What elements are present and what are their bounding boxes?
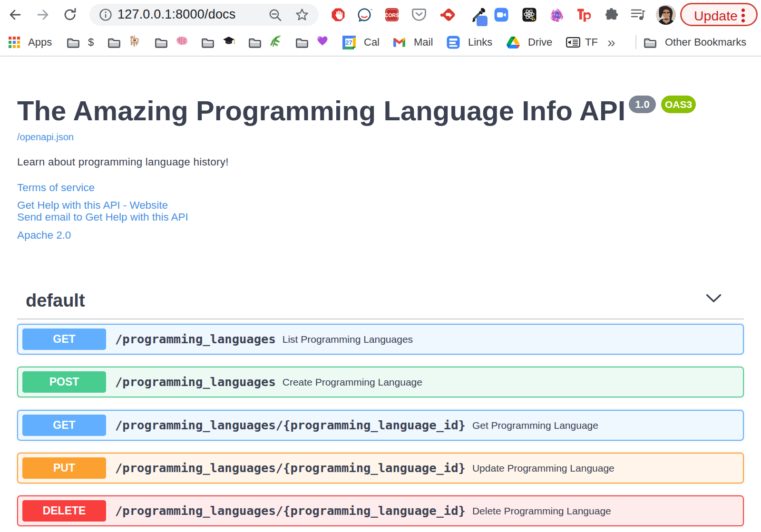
operation-path: /programming_languages: [115, 368, 276, 396]
operation-summary: Delete Programming Language: [472, 496, 611, 525]
operation-path: /programming_languages/{programming_lang…: [115, 496, 466, 525]
operation-put-update[interactable]: PUT /programming_languages/{programming_…: [17, 453, 744, 484]
operation-path: /programming_languages/{programming_lang…: [115, 411, 466, 439]
license-link[interactable]: Apache 2.0: [17, 230, 71, 241]
operation-get-one[interactable]: GET /programming_languages/{programming_…: [17, 410, 744, 441]
chevron-down-icon[interactable]: [706, 294, 722, 305]
get-help-email-link[interactable]: Send email to Get Help with this API: [17, 212, 188, 222]
oas3-badge: OAS3: [661, 96, 696, 113]
openapi-json-link[interactable]: /openapi.json: [17, 132, 74, 142]
version-badge: 1.0: [629, 96, 656, 113]
operation-path: /programming_languages: [115, 325, 276, 353]
operation-summary: Get Programming Language: [472, 411, 598, 439]
operation-summary: List Programming Languages: [283, 325, 413, 353]
method-badge: GET: [22, 329, 106, 350]
api-description: Learn about programming language history…: [17, 157, 229, 167]
operation-path: /programming_languages/{programming_lang…: [115, 454, 466, 482]
method-badge: DELETE: [22, 500, 106, 522]
section-divider: [17, 319, 744, 319]
operation-post-create[interactable]: POST /programming_languages Create Progr…: [17, 367, 744, 397]
page-title: The Amazing Programming Language Info AP…: [17, 97, 625, 125]
operation-summary: Update Programming Language: [472, 454, 615, 482]
operation-summary: Create Programming Language: [283, 368, 422, 396]
operation-get-list[interactable]: GET /programming_languages List Programm…: [17, 324, 744, 355]
method-badge: GET: [22, 415, 106, 436]
swagger-content: The Amazing Programming Language Info AP…: [0, 0, 761, 532]
operation-delete[interactable]: DELETE /programming_languages/{programmi…: [17, 495, 744, 526]
tag-section-default[interactable]: default: [26, 291, 85, 310]
method-badge: PUT: [22, 457, 106, 479]
get-help-website-link[interactable]: Get Help with this API - Website: [17, 200, 168, 211]
method-badge: POST: [22, 371, 106, 393]
terms-of-service-link[interactable]: Terms of service: [17, 183, 95, 193]
